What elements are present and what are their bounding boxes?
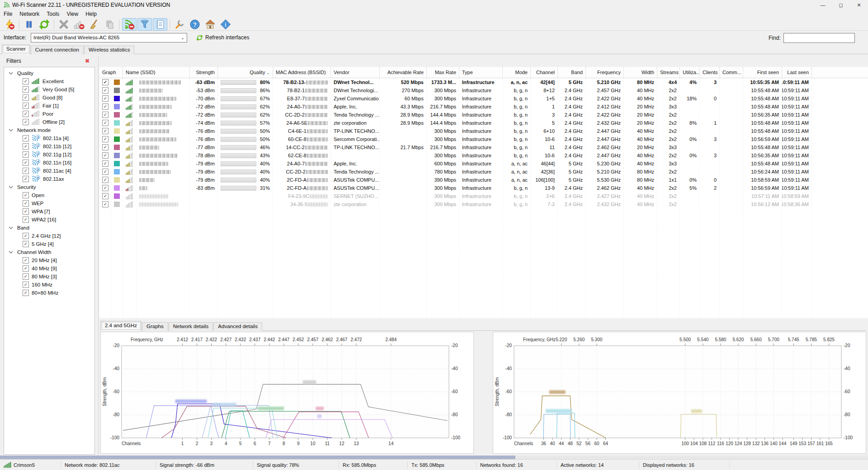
checkbox[interactable]: ✓ [23, 176, 29, 182]
checkbox[interactable]: ✓ [23, 257, 29, 263]
scrollbar-thumb[interactable] [0, 456, 515, 459]
filter-item[interactable]: ✓20 MHz [4] [4, 256, 94, 264]
minimize-button[interactable]: — [814, 0, 832, 10]
signal-remove-button[interactable] [72, 18, 86, 31]
checkbox[interactable]: ✓ [23, 86, 29, 93]
filter-item[interactable]: ✓WEP [4, 199, 94, 207]
checkbox[interactable]: ✓ [102, 185, 108, 191]
filter-group-network-mode[interactable]: Network mode [4, 126, 94, 134]
table-row[interactable]: ✓-72 dBm62%CC-2D-2Tenda Technology ...28… [99, 111, 868, 119]
column-header-first-seen[interactable]: First seen [743, 67, 782, 78]
checkbox[interactable]: ✓ [23, 265, 29, 272]
column-header-vendor[interactable]: Vendor [331, 67, 380, 78]
detail-tab-graphs[interactable]: Graphs [142, 322, 168, 331]
checkbox[interactable]: ✓ [23, 94, 29, 101]
about-button[interactable]: i [218, 18, 233, 31]
tab-wireless-statistics[interactable]: Wireless statistics [84, 46, 134, 54]
column-header-achievable-rate[interactable]: Achievable Rate [380, 67, 427, 78]
column-header-width[interactable]: Width [624, 67, 657, 78]
maximize-button[interactable]: ◻ [832, 0, 850, 10]
checkbox[interactable]: ✓ [102, 177, 108, 183]
copy-button[interactable] [103, 18, 117, 31]
filter-group-quality[interactable]: Quality [4, 69, 94, 77]
menu-item-help[interactable]: Help [82, 10, 100, 18]
checkbox[interactable]: ✓ [102, 152, 108, 159]
checkbox[interactable]: ✓ [102, 136, 108, 142]
filter-item[interactable]: ✓ 3802.11g [12] [4, 150, 94, 159]
checkbox[interactable]: ✓ [23, 273, 29, 280]
column-header-name-ssid-[interactable]: Name (SSID) [123, 67, 190, 78]
checkbox[interactable]: ✓ [102, 193, 108, 199]
checkbox[interactable]: ✓ [102, 112, 108, 118]
delete-button[interactable] [57, 18, 71, 31]
filter-group-band[interactable]: Band [4, 224, 94, 232]
refresh-interfaces-button[interactable]: Refresh interfaces [196, 34, 249, 41]
menu-item-file[interactable]: File [0, 10, 16, 18]
menu-item-view[interactable]: View [63, 10, 82, 18]
column-header-max-rate[interactable]: Max Rate [427, 67, 459, 78]
checkbox[interactable]: ✓ [23, 160, 29, 166]
filter-item[interactable]: ✓Good [8] [4, 94, 94, 102]
checkbox[interactable]: ✓ [102, 128, 108, 134]
filter-item[interactable]: ✓80 MHz [3] [4, 273, 94, 281]
column-header-band[interactable]: Band [558, 67, 586, 78]
checkbox[interactable]: ✓ [23, 282, 29, 288]
filter-item[interactable]: ✓ 6802.11ax [4, 175, 94, 183]
filter-item[interactable]: ✓160 MHz [4, 281, 94, 289]
table-row[interactable]: ✓F4-23-9CSERNET (SUZHO...300 MbpsInfrast… [99, 192, 868, 200]
detail-tab-2-4-and-5ghz[interactable]: 2.4 and 5GHz [100, 321, 142, 331]
filter-item[interactable]: ✓ 3802.11a [4] [4, 134, 94, 142]
tab-scanner[interactable]: Scanner [2, 44, 30, 54]
table-row[interactable]: ✓-78 dBm43%62-CE-8300 MbpsInfrastructure… [99, 151, 868, 160]
column-header-strength[interactable]: Strength [190, 67, 218, 78]
wifi-stop-button[interactable] [122, 18, 137, 31]
column-header-mac-address-bssid-[interactable]: MAC Address (BSSID) [273, 67, 331, 78]
table-row[interactable]: ✓-70 dBm67%E8-37-7Zyxel Communicatio...6… [99, 94, 868, 103]
table-row[interactable]: ✓-77 dBm46%14-CC-2TP-LINK TECHNO...21.7 … [99, 143, 868, 151]
table-row[interactable]: ✓-74 dBm57%24-A6-5Ezte corporation28.9 M… [99, 119, 868, 127]
detail-tab-network-details[interactable]: Network details [169, 322, 213, 331]
checkbox[interactable]: ✓ [23, 168, 29, 174]
detail-tab-advanced-details[interactable]: Advanced details [213, 322, 262, 331]
checkbox[interactable]: ✓ [23, 135, 29, 141]
filter-item[interactable]: ✓Very Good [5] [4, 85, 94, 94]
checkbox[interactable]: ✓ [102, 144, 108, 150]
table-row[interactable]: ✓-72 dBm62%24-A0-7Apple, Inc.43.3 Mbps21… [99, 103, 868, 111]
column-header-frequency[interactable]: Frequency [586, 67, 624, 78]
checkbox[interactable]: ✓ [23, 151, 29, 158]
column-header-comm-[interactable]: Comm... [720, 67, 743, 78]
close-button[interactable]: ✕ [850, 0, 868, 10]
table-row[interactable]: ✓34-36-5zte corporation300 MbpsInfrastru… [99, 200, 868, 208]
checkbox[interactable]: ✓ [23, 192, 29, 198]
filter-item[interactable]: ✓WPA2 [16] [4, 216, 94, 224]
filter-button[interactable] [137, 18, 152, 31]
checkbox[interactable]: ✓ [102, 160, 108, 167]
checkbox[interactable]: ✓ [102, 201, 108, 207]
filter-group-channel-width[interactable]: Channel Width [4, 248, 94, 256]
find-input[interactable] [783, 33, 855, 43]
column-header-quality[interactable]: Quality ⌄ [218, 67, 273, 78]
table-row[interactable]: ✓-76 dBm50%60-CE-8Sercomm Corporati...30… [99, 135, 868, 143]
filter-item[interactable]: ✓ 2802.11b [12] [4, 142, 94, 150]
home-button[interactable] [203, 18, 217, 31]
table-row[interactable]: ✓-53 dBm86%78-B2-1DWnet Technologi...270… [99, 86, 868, 94]
filter-item[interactable]: ✓5 GHz [4] [4, 240, 94, 248]
checkbox[interactable]: ✓ [23, 103, 29, 109]
column-header-clients[interactable]: Clients [700, 67, 720, 78]
filter-item[interactable]: ✓Offline [2] [4, 118, 94, 126]
table-row[interactable]: ✓-79 dBm40%24-A0-7Apple, Inc.600 MbpsInf… [99, 160, 868, 168]
filter-item[interactable]: ✓ 4802.11n [16] [4, 159, 94, 167]
refresh-button[interactable] [37, 18, 52, 31]
help-button[interactable]: ? [188, 18, 202, 31]
pause-button[interactable] [22, 18, 36, 31]
table-row[interactable]: ✓-76 dBm50%C4-6E-1TP-LINK TECHNO...300 M… [99, 127, 868, 135]
checkbox[interactable]: ✓ [102, 79, 108, 85]
filter-group-security[interactable]: Security [4, 183, 94, 191]
checkbox[interactable]: ✓ [23, 241, 29, 247]
checkbox[interactable]: ✓ [102, 120, 108, 126]
checkbox[interactable]: ✓ [23, 233, 29, 239]
horizontal-scrollbar[interactable] [0, 456, 868, 459]
tab-current-connection[interactable]: Current connection [31, 46, 84, 54]
column-header-graph[interactable]: Graph [99, 67, 123, 78]
checkbox[interactable]: ✓ [23, 119, 29, 125]
